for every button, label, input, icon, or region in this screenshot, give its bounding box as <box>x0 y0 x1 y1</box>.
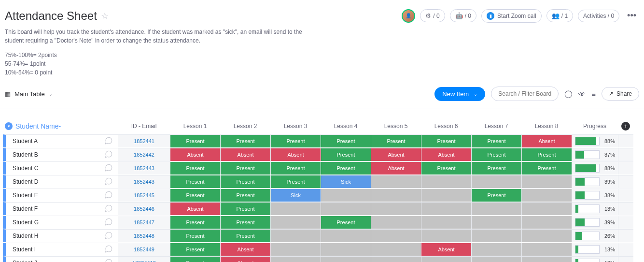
status-cell[interactable] <box>471 202 521 215</box>
row-name-cell[interactable]: Student J <box>3 256 118 262</box>
row-name-cell[interactable]: Student D <box>3 175 118 188</box>
row-name-cell[interactable]: Student B <box>3 148 118 161</box>
filter-icon[interactable]: ≡ <box>591 90 596 98</box>
status-cell[interactable] <box>471 229 521 242</box>
row-name-cell[interactable]: Student E <box>3 189 118 202</box>
status-cell[interactable]: Absent <box>371 148 421 161</box>
status-cell[interactable] <box>471 175 521 188</box>
status-cell[interactable]: Present <box>170 134 220 147</box>
status-cell[interactable]: Present <box>471 189 521 202</box>
status-cell[interactable] <box>421 229 471 242</box>
status-cell[interactable]: Present <box>170 243 220 256</box>
column-header-lesson[interactable]: Lesson 8 <box>521 120 572 132</box>
status-cell[interactable] <box>321 202 371 215</box>
status-cell[interactable] <box>421 175 471 188</box>
status-cell[interactable] <box>270 243 321 256</box>
chat-icon[interactable] <box>99 136 118 146</box>
row-name-cell[interactable]: Student H <box>3 229 118 242</box>
row-name-cell[interactable]: Student A <box>3 134 118 147</box>
id-cell[interactable]: 1852446 <box>118 202 170 215</box>
status-cell[interactable]: Present <box>170 175 220 188</box>
status-cell[interactable] <box>421 256 471 262</box>
group-header[interactable]: ▾ Student Name- <box>3 122 118 130</box>
status-cell[interactable]: Present <box>170 161 220 175</box>
status-cell[interactable]: Sick <box>321 175 371 188</box>
status-cell[interactable]: Absent <box>521 134 572 147</box>
status-cell[interactable] <box>471 256 521 262</box>
activities-button[interactable]: Activities / 0 <box>578 10 619 22</box>
id-cell[interactable]: 1852449 <box>118 243 170 256</box>
status-cell[interactable]: Present <box>321 134 371 147</box>
status-cell[interactable]: Absent <box>270 148 321 161</box>
id-cell[interactable]: 1852443 <box>118 161 170 175</box>
status-cell[interactable] <box>471 243 521 256</box>
row-name-cell[interactable]: Student I <box>3 243 118 256</box>
person-filter-icon[interactable]: ◯ <box>564 89 573 98</box>
status-cell[interactable]: Present <box>421 134 471 147</box>
status-cell[interactable]: Present <box>471 148 521 161</box>
status-cell[interactable]: Present <box>321 148 371 161</box>
status-cell[interactable] <box>371 243 421 256</box>
column-header-lesson[interactable]: Lesson 4 <box>321 120 371 132</box>
id-cell[interactable]: 1852447 <box>118 216 170 229</box>
collapse-icon[interactable]: ▾ <box>5 122 13 130</box>
automations-button[interactable]: 🤖 / 0 <box>450 9 476 22</box>
status-cell[interactable] <box>270 256 321 262</box>
status-cell[interactable]: Absent <box>220 243 270 256</box>
status-cell[interactable]: Present <box>220 202 270 215</box>
chat-icon[interactable] <box>99 204 118 214</box>
status-cell[interactable]: Present <box>371 134 421 147</box>
status-cell[interactable] <box>371 256 421 262</box>
add-column-button[interactable]: + <box>621 122 630 131</box>
id-cell[interactable]: 1852441 <box>118 134 170 147</box>
status-cell[interactable]: Absent <box>371 161 421 175</box>
chat-icon[interactable] <box>99 245 118 255</box>
chat-icon[interactable] <box>99 218 118 228</box>
chat-icon[interactable] <box>99 150 118 160</box>
chat-icon[interactable] <box>99 231 118 241</box>
status-cell[interactable] <box>270 216 321 229</box>
status-cell[interactable]: Present <box>270 161 321 175</box>
new-item-button[interactable]: New Item ⌄ <box>434 87 485 101</box>
status-cell[interactable] <box>421 189 471 202</box>
column-header-lesson[interactable]: Lesson 5 <box>371 120 421 132</box>
status-cell[interactable]: Present <box>220 189 270 202</box>
search-input[interactable] <box>491 87 559 101</box>
eye-icon[interactable]: 👁 <box>578 90 586 98</box>
integrations-button[interactable]: ⚙ / 0 <box>420 9 445 22</box>
status-cell[interactable]: Absent <box>220 148 270 161</box>
status-cell[interactable] <box>371 229 421 242</box>
status-cell[interactable] <box>321 229 371 242</box>
id-cell[interactable]: 1852445 <box>118 189 170 202</box>
status-cell[interactable] <box>270 202 321 215</box>
status-cell[interactable] <box>521 189 572 202</box>
id-cell[interactable]: 1852443 <box>118 175 170 188</box>
column-header-lesson[interactable]: Lesson 3 <box>270 120 321 132</box>
status-cell[interactable]: Present <box>521 161 572 175</box>
status-cell[interactable]: Present <box>270 175 321 188</box>
status-cell[interactable] <box>371 202 421 215</box>
status-cell[interactable] <box>521 216 572 229</box>
status-cell[interactable] <box>321 243 371 256</box>
status-cell[interactable]: Present <box>321 216 371 229</box>
status-cell[interactable]: Present <box>471 161 521 175</box>
status-cell[interactable]: Sick <box>270 189 321 202</box>
status-cell[interactable]: Present <box>170 256 220 262</box>
status-cell[interactable]: Absent <box>421 243 471 256</box>
column-header-id[interactable]: ID - Email <box>118 120 170 132</box>
status-cell[interactable]: Absent <box>421 148 471 161</box>
chat-icon[interactable] <box>99 163 118 174</box>
status-cell[interactable] <box>371 189 421 202</box>
share-button[interactable]: ↗ Share <box>602 87 639 101</box>
status-cell[interactable]: Present <box>220 134 270 147</box>
status-cell[interactable]: Present <box>220 175 270 188</box>
status-cell[interactable] <box>270 229 321 242</box>
status-cell[interactable]: Absent <box>170 148 220 161</box>
members-button[interactable]: 👥 / 1 <box>546 9 573 22</box>
row-name-cell[interactable]: Student G <box>3 216 118 229</box>
status-cell[interactable]: Present <box>270 134 321 147</box>
status-cell[interactable] <box>321 256 371 262</box>
status-cell[interactable] <box>321 189 371 202</box>
status-cell[interactable] <box>521 243 572 256</box>
column-header-lesson[interactable]: Lesson 7 <box>471 120 521 132</box>
